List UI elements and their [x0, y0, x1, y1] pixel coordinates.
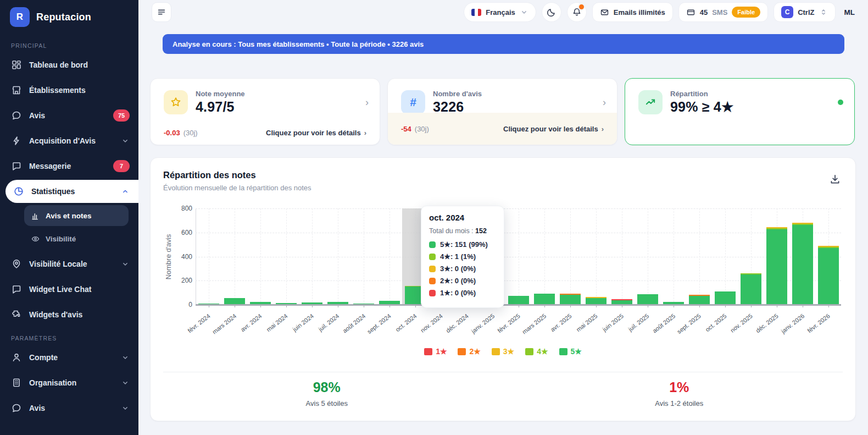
legend-item-2[interactable]: 2★: [458, 347, 480, 356]
x-tick-label: déc. 2024: [444, 312, 469, 334]
pie-icon: [13, 186, 24, 197]
sidebar-item-avis[interactable]: Avis75: [0, 103, 138, 128]
tooltip-row: 1★: 0 (0%): [429, 289, 496, 297]
sidebar-item-widget-live-chat[interactable]: Widget Live Chat: [0, 277, 138, 302]
sidebar: R Reputacion PRINCIPALTableau de bordÉta…: [0, 0, 138, 435]
sidebar-item-etablissements[interactable]: Établissements: [0, 78, 138, 103]
pin-icon: [11, 258, 22, 269]
bar-oct-2025[interactable]: [715, 291, 736, 305]
legend-item-3[interactable]: 3★: [492, 347, 514, 356]
workspace-selector[interactable]: C CtrlZ: [774, 2, 835, 22]
bar-chart-plot: [196, 208, 841, 305]
sidebar-item-organisation[interactable]: Organisation: [0, 370, 138, 395]
legend-swatch: [525, 348, 533, 355]
bar-sept-2025[interactable]: [689, 295, 710, 305]
app-logo[interactable]: R Reputacion: [0, 0, 138, 35]
bar-mai-2025[interactable]: [586, 297, 607, 305]
bar-mars-2025[interactable]: [534, 294, 555, 305]
x-tick-label: sept. 2024: [366, 312, 392, 335]
sidebar-item-statistiques[interactable]: Statistiques: [5, 180, 138, 203]
sidebar-toggle-button[interactable]: [152, 2, 171, 22]
user-icon: [11, 352, 22, 363]
analysis-banner[interactable]: Analyse en cours : Tous mes établissemen…: [163, 34, 844, 54]
card-title: Note moyenne: [196, 90, 245, 98]
bar-fevr-2025[interactable]: [508, 296, 529, 305]
moon-icon: [547, 7, 557, 17]
chevron-right-icon: ›: [603, 97, 606, 108]
chart-card: Répartition des notes Évolution mensuell…: [150, 157, 856, 421]
chevron-up-icon: [121, 187, 130, 196]
notifications-button[interactable]: [567, 2, 587, 22]
summary-1-2-stars: 1% Avis 1-2 étoiles: [503, 379, 856, 408]
rating-color-swatch: [429, 278, 436, 284]
hamburger-icon: [157, 7, 166, 17]
sidebar-subitem-avis-et-notes[interactable]: Avis et notes: [24, 205, 129, 226]
dashboard-icon: [11, 59, 22, 70]
legend-item-1[interactable]: 1★: [424, 347, 447, 356]
bolt-icon: [11, 135, 22, 146]
x-tick-label: févr. 2025: [496, 312, 521, 334]
bar-juil-2025[interactable]: [637, 294, 658, 305]
download-button[interactable]: [829, 173, 841, 185]
details-link[interactable]: Cliquez pour voir les détails ›: [266, 129, 366, 137]
sidebar-item-visibilite-locale[interactable]: Visibilité Locale: [0, 251, 138, 277]
delta-period: (30j): [415, 125, 429, 133]
count-badge: 75: [113, 109, 130, 122]
french-flag-icon: [471, 9, 481, 16]
section-label-parametres: PARAMÈTRES: [0, 327, 138, 345]
nombre-d-avis-card[interactable]: #Nombre d'avis3226›-54(30j)Cliquez pour …: [387, 78, 617, 145]
sidebar-item-compte[interactable]: Compte: [0, 345, 138, 370]
chart-legend: 1★2★3★4★5★: [151, 347, 855, 356]
bar-segment-5★: [560, 295, 581, 305]
x-tick-label: mai 2025: [575, 312, 599, 333]
sidebar-subitem-label: Visibilité: [46, 235, 76, 243]
details-link[interactable]: Cliquez pour voir les détails ›: [503, 125, 604, 133]
bar-nov-2025[interactable]: [741, 273, 761, 305]
envelope-icon: [600, 8, 609, 17]
sidebar-item-label: Widget Live Chat: [29, 285, 130, 294]
sidebar-item-acquisition-d-avis[interactable]: Acquisition d'Avis: [0, 128, 138, 153]
sidebar-item-tableau-de-bord[interactable]: Tableau de bord: [0, 52, 138, 78]
card-footer: -0.03(30j)Cliquez pour voir les détails …: [151, 120, 380, 145]
sidebar-item-label: Acquisition d'Avis: [29, 136, 114, 145]
sms-credit[interactable]: 45 SMS Faible: [678, 2, 768, 22]
user-avatar[interactable]: ML: [844, 8, 855, 16]
x-tick-label: févr. 2026: [806, 312, 831, 334]
repartition-card[interactable]: Répartition99% ≥ 4★: [625, 78, 855, 145]
sidebar-item-messagerie[interactable]: Messagerie7: [0, 153, 138, 179]
bar-segment-5★: [637, 294, 658, 305]
language-selector[interactable]: Français: [464, 2, 536, 22]
sidebar-item-widgets-d-avis[interactable]: Widgets d'avis: [0, 302, 138, 327]
rating-color-swatch: [429, 290, 436, 296]
emails-button[interactable]: Emails illimités: [592, 2, 673, 22]
sidebar-subitem-visibilite[interactable]: Visibilité: [24, 228, 129, 249]
summary-1-2-stars-label: Avis 1-2 étoiles: [503, 399, 856, 408]
note-moyenne-card[interactable]: Note moyenne4.97/5›-0.03(30j)Cliquez pou…: [150, 78, 380, 145]
workspace-icon: C: [781, 6, 793, 18]
y-axis-ticks: 0200400600800: [170, 158, 192, 323]
legend-swatch: [424, 348, 432, 355]
x-tick-label: juin 2025: [601, 312, 625, 333]
emails-label: Emails illimités: [614, 8, 665, 16]
app-name: Reputacion: [36, 12, 91, 23]
rating-color-swatch: [429, 254, 436, 260]
chat-icon: [11, 403, 22, 414]
dark-mode-button[interactable]: [542, 2, 561, 22]
chat-icon: [11, 110, 22, 121]
card-value: 99% ≥ 4★: [670, 99, 734, 115]
bar-segment-5★: [689, 296, 710, 305]
legend-item-4[interactable]: 4★: [525, 347, 548, 356]
x-tick-label: avr. 2025: [549, 312, 573, 333]
bar-janv-2026[interactable]: [792, 223, 813, 305]
bar-avr-2025[interactable]: [560, 294, 581, 305]
download-icon: [829, 173, 841, 185]
trend-icon: [638, 90, 663, 114]
bar-dec-2025[interactable]: [766, 227, 787, 305]
sms-count: 45: [700, 8, 708, 16]
sidebar-item-label: Widgets d'avis: [29, 310, 130, 319]
y-tick: 200: [181, 277, 192, 284]
legend-item-5[interactable]: 5★: [559, 347, 582, 356]
tooltip-month: oct. 2024: [429, 213, 496, 222]
sidebar-item-avis[interactable]: Avis: [0, 395, 138, 421]
bar-fevr-2026[interactable]: [818, 246, 839, 305]
